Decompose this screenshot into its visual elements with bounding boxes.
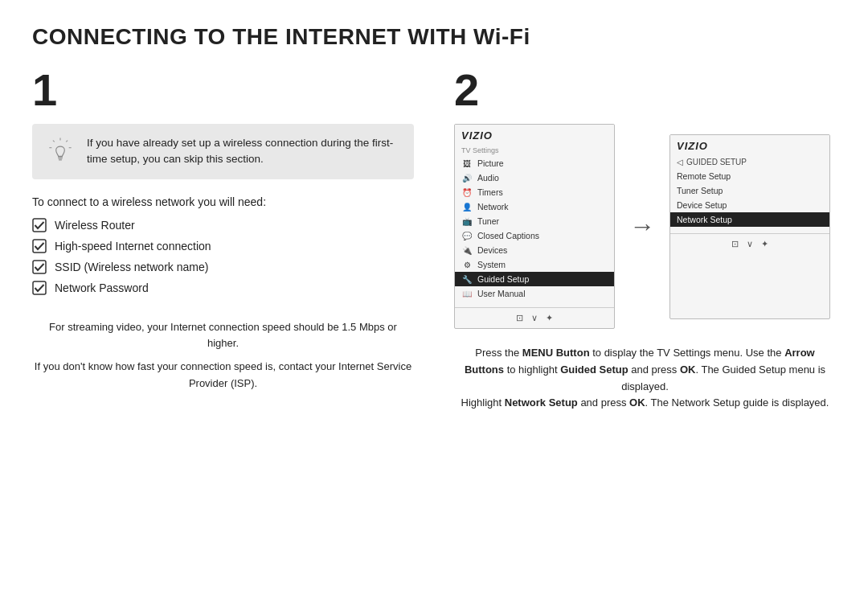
tv-brand-2: VIZIO [670, 135, 829, 155]
tv-menu-item: 🔊Audio [455, 170, 614, 185]
guided-item: Device Setup [670, 198, 829, 212]
step2-number: 2 [454, 68, 836, 113]
arrow-icon: → [629, 212, 655, 241]
tv-menu-item-highlighted: 🔧Guided Setup [455, 272, 614, 286]
tv-menu-item: 👤Network [455, 199, 614, 214]
step1-number: 1 [32, 68, 414, 113]
checkbox-icon [32, 218, 47, 232]
tv-menu-item: ⚙System [455, 257, 614, 272]
bottom-icon-1: ⊡ [731, 239, 739, 249]
list-item: High-speed Internet connection [32, 239, 414, 253]
left-column: 1 If you have already set up a wireless … [32, 68, 438, 412]
guided-item: Tuner Setup [670, 183, 829, 198]
tv-screens-row: VIZIO TV Settings 🖼Picture 🔊Audio ⏰Timer… [454, 124, 836, 329]
right-column: 2 VIZIO TV Settings 🖼Picture 🔊Audio ⏰Tim… [438, 68, 836, 412]
right-footer: Press the MENU Button to display the TV … [454, 345, 836, 412]
bottom-icon-2: ∨ [531, 313, 538, 323]
tip-box: If you have already set up a wireless co… [32, 124, 414, 179]
right-footer-para-1: Press the MENU Button to display the TV … [454, 345, 836, 395]
footer-note-1: For streaming video, your Internet conne… [32, 319, 414, 353]
guided-item-highlighted: Network Setup [670, 212, 829, 227]
checklist-item-2: High-speed Internet connection [55, 240, 211, 253]
svg-rect-8 [33, 219, 46, 232]
tv-screen-2: VIZIO ◁ GUIDED SETUP Remote Setup Tuner … [669, 134, 830, 319]
footer-note-2: If you don't know how fast your connecti… [32, 359, 414, 392]
list-item: Network Password [32, 281, 414, 295]
guided-item: Remote Setup [670, 169, 829, 183]
svg-line-3 [53, 141, 55, 142]
tv-subtitle-1: TV Settings [455, 145, 614, 156]
tv-brand-1: VIZIO [455, 125, 614, 145]
footer-notes: For streaming video, your Internet conne… [32, 319, 414, 392]
right-footer-para-2: Highlight Network Setup and press OK. Th… [454, 395, 836, 412]
page-title: CONNECTING TO THE INTERNET WITH Wi-Fi [32, 24, 836, 50]
bulb-icon [45, 137, 76, 167]
tv-menu-item: 📖User Manual [455, 286, 614, 301]
checkbox-icon [32, 239, 47, 253]
bottom-icon-3: ✦ [546, 313, 553, 323]
bottom-icon-2: ∨ [747, 239, 753, 249]
checkbox-icon [32, 260, 47, 274]
svg-rect-9 [33, 240, 46, 253]
tv-menu-item: 💬Closed Captions [455, 228, 614, 243]
tv-menu-item: 🔌Devices [455, 243, 614, 257]
list-item: SSID (Wireless network name) [32, 260, 414, 274]
tv-bottom-bar-2: ⊡ ∨ ✦ [670, 233, 829, 254]
tv-guided-header: ◁ GUIDED SETUP [670, 155, 829, 169]
checkbox-icon [32, 281, 47, 295]
tv-screen-1: VIZIO TV Settings 🖼Picture 🔊Audio ⏰Timer… [454, 124, 615, 329]
tv-menu-item: ⏰Timers [455, 185, 614, 199]
svg-rect-11 [33, 281, 46, 294]
tv-menu-item: 📺Tuner [455, 214, 614, 228]
you-will-need-label: To connect to a wireless network you wil… [32, 195, 414, 208]
checklist-item-3: SSID (Wireless network name) [55, 261, 208, 273]
list-item: Wireless Router [32, 218, 414, 232]
bottom-icon-3: ✦ [761, 239, 768, 249]
tip-text: If you have already set up a wireless co… [87, 135, 401, 168]
tv-bottom-bar-1: ⊡ ∨ ✦ [455, 307, 614, 328]
checklist-item-4: Network Password [55, 281, 149, 294]
svg-line-1 [66, 141, 68, 142]
checklist-item-1: Wireless Router [55, 219, 135, 232]
svg-rect-10 [33, 261, 46, 273]
checklist: Wireless Router High-speed Internet conn… [32, 218, 414, 295]
bottom-icon-1: ⊡ [516, 313, 523, 323]
tv-menu-item: 🖼Picture [455, 156, 614, 170]
